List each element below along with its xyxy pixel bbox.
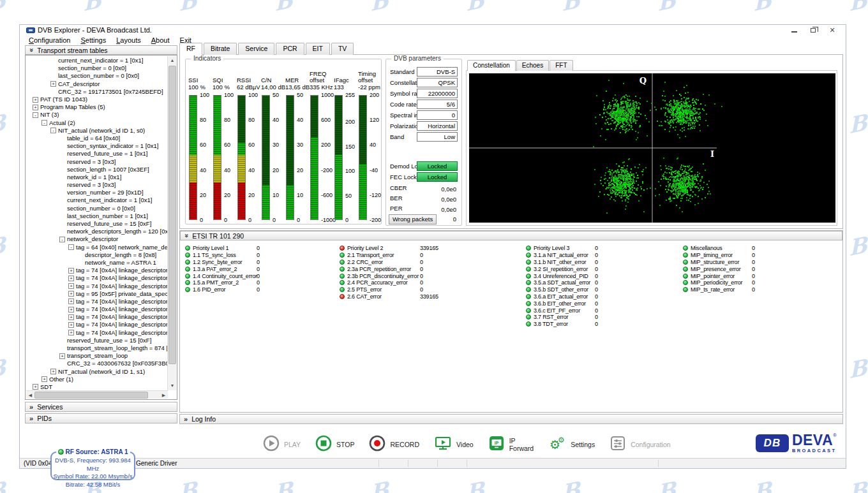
etsi-header[interactable]: » ETSI TR 101 290 (180, 231, 842, 240)
tree-item[interactable]: network_name = ASTRA 1 (26, 259, 168, 267)
tree-expander[interactable]: + (68, 268, 74, 274)
tree-item[interactable]: +transport_stream_loop (26, 352, 168, 360)
tab-pcr[interactable]: PCR (276, 43, 304, 55)
tree-expander[interactable]: + (68, 276, 74, 281)
constellation-tab-fft[interactable]: FFT (550, 60, 572, 71)
tree-item[interactable]: +tag = 74 [0x4A] linkage_descriptor (26, 274, 168, 282)
tree-expander[interactable]: - (33, 112, 38, 118)
tree-item[interactable]: current_next_indicator = 1 [0x1] (26, 196, 168, 204)
transport-stream-tables-header[interactable]: » Transport stream tables (25, 45, 177, 55)
tab-bitrate[interactable]: Bitrate (204, 43, 237, 55)
tree-expander[interactable]: + (33, 97, 38, 103)
maximize-button[interactable] (804, 25, 823, 35)
tree-item[interactable]: table_id = 64 [0x40] (26, 135, 168, 142)
tree-expander[interactable]: + (68, 298, 74, 304)
tree-item[interactable]: +CAT_descriptor (26, 80, 168, 88)
tree-item[interactable]: CRC_32 = 4030067632 [0xF035F3B0] (26, 360, 168, 367)
tree-item[interactable]: reserved_future_use = 15 [0xF] (26, 220, 168, 228)
tree-horizontal-scrollbar[interactable]: ◀ ▶ (26, 390, 168, 399)
tree-item-label: tag = 74 [0x4A] linkage_descriptor (76, 283, 168, 290)
tree-item[interactable]: +tag = 74 [0x4A] linkage_descriptor (26, 282, 168, 290)
tree-item[interactable]: last_section_number = 0 [0x0] (26, 72, 168, 80)
scroll-thumb[interactable] (34, 392, 148, 399)
ip-forward-button[interactable]: IPIP Forward (488, 434, 534, 455)
tree-item[interactable]: +tag = 74 [0x4A] linkage_descriptor (26, 305, 168, 313)
tree-item[interactable]: +tag = 95 [0x5F] private_data_specifier_… (26, 290, 168, 298)
tree-item[interactable]: section_length = 1007 [0x3EF] (26, 166, 168, 173)
tree-item[interactable]: descriptor_length = 8 [0x8] (26, 251, 168, 259)
menu-item-settings[interactable]: Settings (75, 36, 111, 45)
tab-eit[interactable]: EIT (306, 43, 330, 55)
tree-item[interactable]: network_id = 1 [0x1] (26, 173, 168, 181)
tree-item[interactable]: +tag = 74 [0x4A] linkage_descriptor (26, 329, 168, 337)
tree-item[interactable]: -Actual (2) (26, 119, 168, 127)
tree-expander[interactable]: + (50, 369, 56, 374)
tree-item[interactable]: +tag = 74 [0x4A] linkage_descriptor (26, 321, 168, 328)
scroll-left-icon[interactable]: ◀ (26, 391, 34, 399)
tree-item[interactable]: section_number = 0 [0x0] (26, 64, 168, 72)
tree-item[interactable]: section_syntax_indicator = 1 [0x1] (26, 142, 168, 150)
tree-item[interactable]: last_section_number = 1 [0x1] (26, 212, 168, 220)
tree-expander[interactable]: + (68, 314, 74, 320)
tree-item[interactable]: -tag = 64 [0x40] network_name_descriptor (26, 244, 168, 251)
video-button[interactable]: Video (433, 434, 474, 455)
tree-expander[interactable]: + (68, 307, 74, 313)
tab-service[interactable]: Service (238, 43, 274, 55)
constellation-tab-echoes[interactable]: Echoes (516, 60, 549, 71)
tree-item[interactable]: -NIT (3) (26, 111, 168, 119)
tree-item[interactable]: current_next_indicator = 1 [0x1] (26, 57, 168, 64)
tree-item[interactable]: transport_stream_loop_length = 874 [0x36… (26, 344, 168, 352)
tree-item[interactable]: section_number = 0 [0x0] (26, 205, 168, 212)
stop-button[interactable]: STOP (315, 434, 354, 455)
wrong-packets-button[interactable]: Wrong packets (389, 214, 437, 224)
tree-expander[interactable]: + (33, 105, 38, 110)
minimize-button[interactable] (784, 25, 804, 35)
tree-vertical-scrollbar[interactable]: ▲ ▼ (167, 56, 176, 390)
tree-item[interactable]: -network_descriptor (26, 235, 168, 243)
tree-expander[interactable]: - (68, 244, 74, 250)
tree-expander[interactable]: + (68, 283, 74, 289)
tree-item[interactable]: +Program Map Tables (5) (26, 103, 168, 111)
constellation-tab-constellation[interactable]: Constellation (467, 60, 516, 71)
tree-expander[interactable]: + (41, 376, 47, 382)
menu-item-layouts[interactable]: Layouts (111, 36, 146, 45)
transport-stream-tree[interactable]: current_next_indicator = 1 [0x1]section_… (26, 57, 168, 391)
tree-item[interactable]: +tag = 74 [0x4A] linkage_descriptor (26, 298, 168, 305)
tree-item[interactable]: -NIT_actual (network_id ID 1, s0) (26, 127, 168, 135)
tree-expander[interactable]: - (50, 128, 56, 133)
settings-button[interactable]: ⚙⚙Settings (548, 434, 595, 455)
pids-header[interactable]: » PIDs (25, 413, 177, 423)
tree-item[interactable]: reserved = 3 [0x3] (26, 158, 168, 165)
tree-expander[interactable]: + (33, 384, 38, 390)
scroll-down-icon[interactable]: ▼ (168, 381, 177, 390)
tree-item[interactable]: +PAT (TS ID 1043) (26, 96, 168, 103)
tree-expander[interactable]: - (41, 120, 47, 126)
tree-item[interactable]: reserved = 3 [0x3] (26, 181, 168, 189)
log-info-header[interactable]: » Log Info (179, 414, 843, 424)
tree-expander[interactable]: + (68, 322, 74, 328)
tree-expander[interactable]: - (59, 237, 65, 242)
tree-item[interactable]: +tag = 74 [0x4A] linkage_descriptor (26, 267, 168, 274)
menu-item-about[interactable]: About (146, 36, 175, 45)
tab-rf[interactable]: RF (179, 43, 202, 55)
tree-item[interactable]: version_number = 29 [0x1D] (26, 189, 168, 196)
scroll-up-icon[interactable]: ▲ (168, 56, 177, 65)
record-button[interactable]: RECORD (368, 434, 419, 455)
menu-item-configuration[interactable]: Configuration (24, 36, 75, 45)
tree-item[interactable]: +tag = 74 [0x4A] linkage_descriptor (26, 313, 168, 321)
services-header[interactable]: » Services (25, 402, 177, 412)
tree-expander[interactable]: + (50, 81, 56, 87)
tree-item[interactable]: reserved_future_use = 1 [0x1] (26, 150, 168, 158)
tree-expander[interactable]: + (68, 291, 74, 297)
tree-expander[interactable]: + (59, 353, 65, 359)
scroll-thumb[interactable] (168, 66, 176, 364)
tree-item[interactable]: reserved_future_use = 15 [0xF] (26, 337, 168, 344)
close-button[interactable] (823, 25, 842, 35)
tree-item[interactable]: +Other (1) (26, 376, 168, 383)
tree-item[interactable]: +NIT_actual (network_id ID 1, s1) (26, 368, 168, 376)
tree-expander[interactable]: + (68, 330, 74, 335)
scroll-right-icon[interactable]: ▶ (160, 391, 168, 399)
tab-tv[interactable]: TV (331, 43, 354, 55)
tree-item[interactable]: network_descriptors_length = 120 [0x78] (26, 228, 168, 235)
tree-item[interactable]: CRC_32 = 1917173501 [0x7245BEFD] (26, 88, 168, 96)
